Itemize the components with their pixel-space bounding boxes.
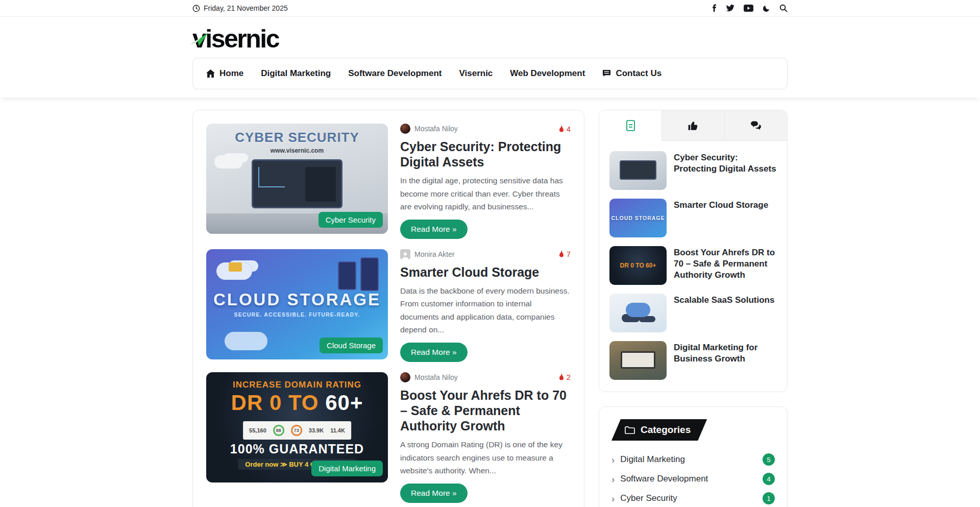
nav-item-visernic[interactable]: Visernic [459, 68, 493, 79]
post-excerpt: In the digital age, protecting sensitive… [400, 174, 571, 213]
popular-posts-list: Cyber Security: Protecting Digital Asset… [599, 141, 787, 392]
server-shape [338, 261, 356, 290]
clock-icon [192, 5, 200, 12]
post-author[interactable]: Mostafa Niloy [400, 372, 458, 382]
category-count: 5 [763, 453, 775, 466]
tab-comments[interactable] [724, 110, 787, 141]
image-caption: CYBER SECURITY [206, 130, 388, 146]
post-excerpt: A strong Domain Rating (DR) is one of th… [400, 438, 571, 477]
cloud-shape [214, 155, 243, 168]
popular-posts-widget: Cyber Security: Protecting Digital Asset… [599, 110, 788, 392]
post-excerpt: Data is the backbone of every modern bus… [400, 284, 571, 336]
post-cyber-security: CYBER SECURITY www.visernic.com Cyber Se… [206, 124, 571, 239]
nav-label: Web Development [510, 68, 585, 79]
author-avatar [400, 372, 410, 382]
category-badge[interactable]: Cloud Storage [320, 337, 383, 353]
category-count: 4 [763, 473, 775, 485]
image-caption: CLOUD STORAGE [206, 290, 388, 309]
post-title[interactable]: Boost Your Ahrefs DR to 70 – Safe & Perm… [400, 388, 571, 433]
site-logo[interactable]: visernic [192, 26, 279, 52]
post-heat: 4 [558, 125, 571, 133]
home-icon [206, 69, 215, 78]
flame-icon [558, 125, 565, 133]
heat-count: 7 [567, 250, 571, 258]
twitter-icon[interactable] [726, 5, 734, 12]
nav-item-web-development[interactable]: Web Development [510, 68, 585, 79]
search-icon[interactable] [779, 4, 788, 12]
tab-liked-posts[interactable] [662, 110, 724, 141]
post-heat: 2 [558, 373, 571, 381]
flame-icon [558, 373, 565, 381]
post-title[interactable]: Cyber Security: Protecting Digital Asset… [400, 139, 571, 170]
chat-bubble-icon [602, 69, 611, 78]
popular-title: Boost Your Ahrefs DR to 70 – Safe & Perm… [674, 246, 777, 285]
nav-item-contact-us[interactable]: Contact Us [602, 68, 662, 79]
category-row: Digital Marketing 5 [611, 451, 775, 468]
popular-thumbnail [609, 294, 667, 332]
read-more-button[interactable]: Read More » [400, 343, 468, 362]
popular-item-saas[interactable]: Scalable SaaS Solutions [609, 294, 777, 332]
category-badge[interactable]: Cyber Security [318, 212, 383, 228]
nav-item-software-development[interactable]: Software Development [348, 68, 442, 79]
category-row: Cyber Security 1 [611, 490, 775, 507]
stats-panel: 55,160 88 73 33.9K 11.4K [243, 421, 351, 440]
author-name: Monira Akter [414, 250, 455, 258]
categories-list: Digital Marketing 5 Software Development… [611, 451, 775, 507]
nav-label: Contact Us [616, 68, 662, 79]
tab-recent-posts[interactable] [599, 110, 662, 141]
image-subcaption: www.visernic.com [206, 147, 388, 154]
post-heat: 7 [558, 250, 571, 258]
read-more-button[interactable]: Read More » [400, 484, 468, 503]
logo-rocket-icon [189, 30, 210, 47]
read-more-button[interactable]: Read More » [400, 220, 468, 239]
document-icon [626, 120, 635, 131]
nav-item-home[interactable]: Home [206, 68, 243, 79]
author-avatar [400, 124, 410, 134]
category-row: Software Development 4 [611, 470, 775, 488]
flame-icon [558, 250, 565, 258]
facebook-icon[interactable] [712, 4, 717, 12]
cloud-shape [225, 332, 267, 350]
categories-title: Categories [641, 424, 691, 436]
topbar: Friday, 21 November 2025 [0, 0, 980, 17]
image-subcaption: SECURE. ACCESSIBLE. FUTURE-READY. [206, 311, 388, 318]
popular-item-cloud-storage[interactable]: CLOUD STORAGE Smarter Cloud Storage [609, 199, 777, 237]
category-badge[interactable]: Digital Marketing [311, 461, 383, 476]
post-author[interactable]: Mostafa Niloy [400, 124, 458, 134]
thumbs-up-icon [688, 120, 699, 131]
post-ahrefs-dr: INCREASE DOMAIN RATING DR 0 TO 60+ 55,16… [206, 372, 571, 503]
heat-count: 2 [567, 373, 571, 381]
post-cloud-storage: CLOUD STORAGE SECURE. ACCESSIBLE. FUTURE… [206, 249, 571, 362]
nav-item-digital-marketing[interactable]: Digital Marketing [261, 68, 331, 79]
server-shape [360, 257, 379, 291]
nav-label: Visernic [459, 68, 493, 79]
popular-item-digital-marketing[interactable]: Digital Marketing for Business Growth [609, 341, 777, 380]
category-link-software-development[interactable]: Software Development [611, 474, 708, 484]
image-caption: INCREASE DOMAIN RATING [206, 380, 388, 390]
category-count: 1 [763, 492, 775, 504]
page: Friday, 21 November 2025 visernic Home [0, 0, 980, 507]
youtube-icon[interactable] [744, 5, 753, 12]
popular-thumbnail: CLOUD STORAGE [609, 199, 667, 237]
post-title[interactable]: Smarter Cloud Storage [400, 264, 571, 280]
topbar-social [712, 4, 788, 12]
categories-header: Categories [611, 419, 707, 441]
popular-item-ahrefs-dr[interactable]: DR 0 TO 60+ Boost Your Ahrefs DR to 70 –… [609, 246, 777, 285]
nav-label: Home [219, 68, 243, 79]
author-avatar [400, 249, 410, 259]
nav-label: Software Development [348, 68, 442, 79]
heat-count: 4 [567, 125, 571, 133]
post-thumbnail[interactable]: CYBER SECURITY www.visernic.com Cyber Se… [206, 124, 388, 234]
person-icon [401, 251, 409, 259]
post-thumbnail[interactable]: INCREASE DOMAIN RATING DR 0 TO 60+ 55,16… [206, 372, 388, 482]
post-thumbnail[interactable]: CLOUD STORAGE SECURE. ACCESSIBLE. FUTURE… [206, 249, 388, 359]
folder-icon [625, 426, 635, 434]
categories-widget: Categories Digital Marketing 5 Software … [599, 406, 788, 507]
category-link-cyber-security[interactable]: Cyber Security [611, 493, 677, 503]
post-author[interactable]: Monira Akter [400, 249, 455, 259]
popular-item-cyber-security[interactable]: Cyber Security: Protecting Digital Asset… [609, 151, 777, 190]
popular-thumbnail [609, 341, 667, 380]
sidebar: Cyber Security: Protecting Digital Asset… [599, 110, 788, 507]
category-link-digital-marketing[interactable]: Digital Marketing [611, 454, 685, 465]
moon-icon[interactable] [763, 5, 770, 12]
